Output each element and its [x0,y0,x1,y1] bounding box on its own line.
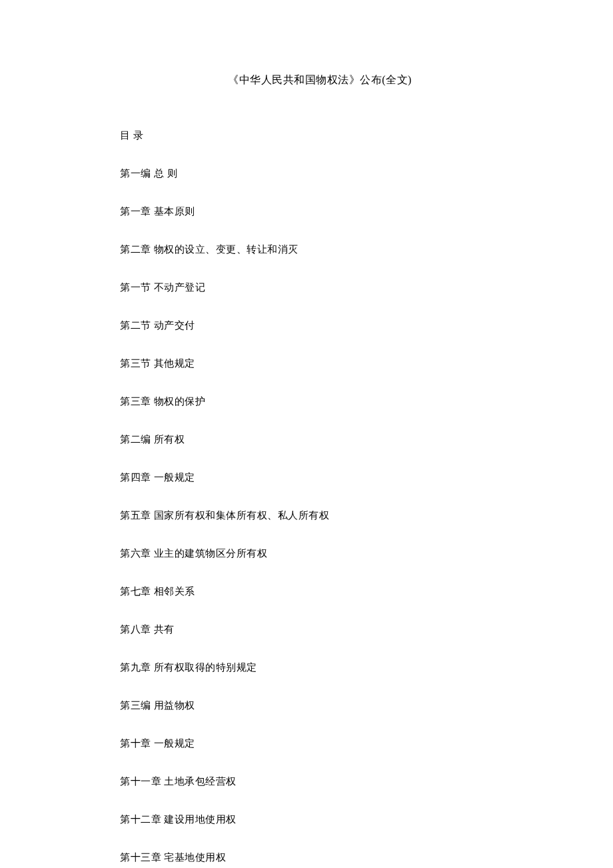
toc-item: 第一节 不动产登记 [120,281,520,295]
toc-item: 第十二章 建设用地使用权 [120,813,520,827]
toc-item: 第六章 业主的建筑物区分所有权 [120,547,520,561]
toc-item: 第二编 所有权 [120,433,520,447]
document-page: 《中华人民共和国物权法》公布(全文) 目 录 第一编 总 则 第一章 基本原则 … [0,0,613,868]
toc-item: 第十一章 土地承包经营权 [120,775,520,789]
toc-item: 第二章 物权的设立、变更、转让和消灭 [120,243,520,257]
toc-item: 第七章 相邻关系 [120,585,520,599]
toc-item: 第一编 总 则 [120,167,520,181]
toc-item: 第九章 所有权取得的特别规定 [120,661,520,675]
toc-item: 第十三章 宅基地使用权 [120,851,520,865]
toc-item: 第十章 一般规定 [120,737,520,751]
document-title: 《中华人民共和国物权法》公布(全文) [120,73,520,87]
toc-item: 第四章 一般规定 [120,471,520,485]
toc-item: 第一章 基本原则 [120,205,520,219]
toc-item: 第五章 国家所有权和集体所有权、私人所有权 [120,509,520,523]
toc-item: 目 录 [120,129,520,143]
toc-item: 第八章 共有 [120,623,520,637]
toc-item: 第三节 其他规定 [120,357,520,371]
toc-item: 第二节 动产交付 [120,319,520,333]
toc-item: 第三章 物权的保护 [120,395,520,409]
table-of-contents: 目 录 第一编 总 则 第一章 基本原则 第二章 物权的设立、变更、转让和消灭 … [120,129,520,868]
toc-item: 第三编 用益物权 [120,699,520,713]
